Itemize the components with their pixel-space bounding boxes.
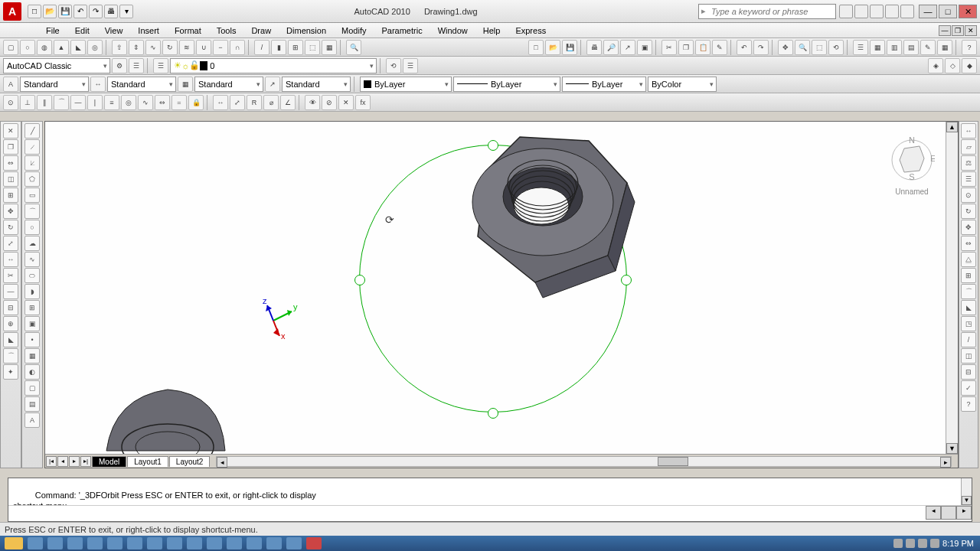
pan-icon[interactable]: ✥ — [778, 40, 793, 55]
search-btn-icon[interactable] — [839, 5, 853, 18]
mirror-icon[interactable]: ⇔ — [3, 155, 18, 171]
task-app7-icon[interactable] — [266, 537, 282, 549]
tab-model[interactable]: Model — [92, 456, 126, 467]
menu-insert[interactable]: Insert — [130, 26, 167, 35]
orbit-handle-bottom[interactable] — [488, 408, 498, 419]
fillet-icon[interactable]: ⌒ — [3, 348, 18, 364]
clock[interactable]: 8:19 PM — [942, 539, 974, 548]
task-firefox-icon[interactable] — [87, 537, 103, 549]
cmd-scroll-left-icon[interactable]: ◂ — [926, 506, 941, 520]
dimstyle-icon[interactable]: ↔ — [90, 77, 106, 92]
dim-aligned-icon[interactable]: ⤢ — [230, 95, 245, 110]
calc-icon[interactable]: ▦ — [937, 40, 952, 55]
menu-window[interactable]: Window — [430, 26, 475, 35]
erase-icon[interactable]: ✕ — [3, 123, 18, 139]
spline-icon[interactable]: ∿ — [24, 252, 40, 267]
canvas-vscrollbar[interactable]: ▲ ▼ — [946, 122, 958, 454]
tablestyle-dropdown[interactable]: Standard — [194, 77, 263, 92]
sphere-icon[interactable]: ○ — [20, 40, 35, 55]
menu-modify[interactable]: Modify — [334, 26, 374, 35]
con-fix-icon[interactable]: 🔒 — [188, 95, 204, 110]
mdi-close-button[interactable]: ✕ — [965, 25, 977, 36]
3dmove-icon[interactable]: ✥ — [961, 220, 976, 235]
task-app8-icon[interactable] — [286, 537, 302, 549]
slice-icon[interactable]: / — [254, 40, 270, 55]
properties-icon[interactable]: ☰ — [853, 40, 868, 55]
rotate-icon[interactable]: ↻ — [3, 220, 18, 235]
task-app5-icon[interactable] — [227, 537, 242, 549]
orbit-handle-left[interactable] — [354, 275, 365, 285]
region-icon[interactable]: ▢ — [24, 380, 40, 396]
chamfer-icon[interactable]: ◣ — [3, 332, 18, 347]
plot-icon[interactable]: 🖶 — [586, 40, 602, 55]
stretch-icon[interactable]: ↔ — [3, 252, 18, 267]
con-colinear-icon[interactable]: ≡ — [104, 95, 119, 110]
menu-express[interactable]: Express — [508, 26, 554, 35]
dim-angular-icon[interactable]: ∠ — [280, 95, 296, 110]
task-explorer-icon[interactable] — [28, 537, 43, 549]
trim-icon[interactable]: ✂ — [3, 268, 18, 283]
tab-last-icon[interactable]: ▸| — [80, 456, 91, 467]
task-app2-icon[interactable] — [127, 537, 142, 549]
zoom-icon[interactable]: 🔍 — [346, 40, 361, 55]
con-equal-icon[interactable]: = — [172, 95, 187, 110]
move-icon[interactable]: ✥ — [3, 204, 18, 219]
tablestyle-icon[interactable]: ▦ — [178, 77, 193, 92]
xline-icon[interactable]: ⟋ — [24, 139, 40, 155]
redo-icon[interactable]: ↷ — [89, 5, 103, 18]
3dreal-icon[interactable]: ◆ — [962, 58, 977, 73]
chamfer3d-icon[interactable]: ◣ — [961, 300, 976, 315]
con-vert-icon[interactable]: | — [87, 95, 103, 110]
con-hide-icon[interactable]: ⊘ — [322, 95, 337, 110]
id-icon[interactable]: ⊙ — [961, 187, 976, 203]
array-icon[interactable]: ⊞ — [3, 187, 18, 203]
publish-icon[interactable]: ↗ — [620, 40, 635, 55]
layer-state-icon[interactable]: ☰ — [403, 58, 418, 73]
tray-flag-icon[interactable] — [918, 539, 927, 548]
cut-icon[interactable]: ✂ — [662, 40, 677, 55]
maximize-button[interactable]: □ — [939, 5, 957, 18]
arc-icon[interactable]: ⌒ — [24, 204, 40, 219]
menu-view[interactable]: View — [97, 26, 131, 35]
cone-icon[interactable]: ▲ — [54, 40, 69, 55]
thicken-icon[interactable]: ▮ — [271, 40, 286, 55]
slice3d-icon[interactable]: / — [961, 332, 976, 347]
layer-prev-icon[interactable]: ⟲ — [386, 58, 401, 73]
3darray-icon[interactable]: ⊞ — [961, 268, 976, 283]
cmd-scroll-right-icon[interactable]: ▸ — [956, 506, 972, 520]
mleaderstyle-dropdown[interactable]: Standard — [282, 77, 351, 92]
dim-linear-icon[interactable]: ↔ — [213, 95, 228, 110]
task-app3-icon[interactable] — [167, 537, 182, 549]
join-icon[interactable]: ⊕ — [3, 316, 18, 331]
toolpal-icon[interactable]: ▥ — [887, 40, 902, 55]
task-app1-icon[interactable] — [107, 537, 122, 549]
cmd-scroll-down-icon[interactable]: ▼ — [962, 496, 972, 505]
con-coinc-icon[interactable]: ⊙ — [3, 95, 18, 110]
mdi-restore-button[interactable]: ❐ — [952, 25, 964, 36]
scroll-up-icon[interactable]: ▲ — [946, 122, 958, 132]
undo-icon[interactable]: ↶ — [74, 5, 87, 18]
offset-icon[interactable]: ◫ — [3, 171, 18, 187]
con-param-icon[interactable]: fx — [355, 95, 371, 110]
task-media-icon[interactable] — [67, 537, 83, 549]
close-button[interactable]: ✕ — [959, 5, 977, 18]
new-icon[interactable]: □ — [528, 40, 544, 55]
textstyle-icon[interactable]: A — [3, 77, 18, 92]
ellipse-icon[interactable]: ⬭ — [24, 268, 40, 283]
help2-icon[interactable]: ? — [962, 40, 977, 55]
gradient-icon[interactable]: ◐ — [24, 364, 40, 380]
shell-icon[interactable]: ◫ — [961, 348, 976, 364]
markup-icon[interactable]: ✎ — [920, 40, 936, 55]
infocenter-search[interactable]: ▸ — [698, 4, 836, 19]
qat-dropdown-icon[interactable]: ▾ — [119, 5, 133, 18]
extend-icon[interactable]: — — [3, 284, 18, 299]
app-logo[interactable]: A — [3, 2, 21, 21]
insertblk-icon[interactable]: ⊞ — [24, 300, 40, 315]
favorites-icon[interactable] — [885, 5, 899, 18]
revolve-icon[interactable]: ↻ — [162, 40, 178, 55]
tray-vol-icon[interactable] — [906, 539, 915, 548]
ellipsearc-icon[interactable]: ◗ — [24, 284, 40, 299]
match-icon[interactable]: ✎ — [712, 40, 727, 55]
cmd-hscroll-thumb[interactable] — [941, 506, 956, 520]
canvas-hscrollbar[interactable]: ◂ ▸ — [216, 456, 952, 467]
